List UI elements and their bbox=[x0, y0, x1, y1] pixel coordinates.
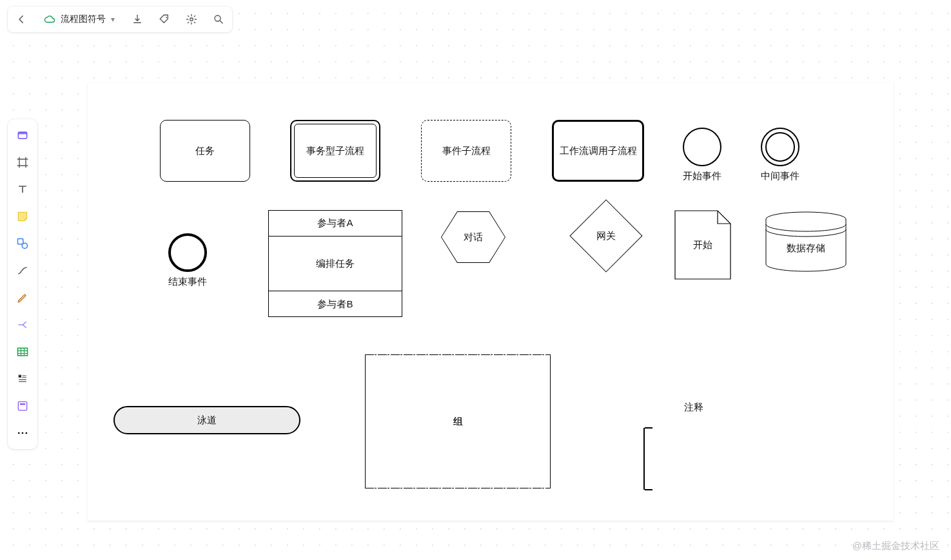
shape-conversation[interactable]: 对话 bbox=[441, 211, 505, 263]
shape-lane[interactable]: 泳道 bbox=[113, 406, 300, 434]
shape-call-activity[interactable]: 工作流调用子流程 bbox=[552, 120, 644, 182]
sticky-note-icon bbox=[16, 210, 29, 223]
shape-data-store[interactable]: 数据存储 bbox=[765, 211, 847, 272]
settings-button[interactable] bbox=[181, 8, 202, 30]
shape-task[interactable]: 任务 bbox=[160, 120, 250, 182]
shape-gateway[interactable]: 网关 bbox=[580, 210, 632, 262]
cloud-sync-icon bbox=[44, 14, 55, 25]
svg-point-2 bbox=[215, 15, 221, 21]
document-title-dropdown[interactable]: 流程图符号 ▾ bbox=[37, 8, 121, 30]
svg-rect-4 bbox=[18, 132, 26, 134]
search-icon bbox=[213, 14, 224, 25]
gear-icon bbox=[186, 14, 197, 25]
back-button[interactable] bbox=[10, 8, 32, 30]
tool-select[interactable] bbox=[11, 123, 34, 148]
tag-button[interactable] bbox=[153, 8, 175, 30]
tool-frame[interactable] bbox=[11, 150, 34, 175]
svg-rect-9 bbox=[20, 403, 25, 405]
cylinder-icon bbox=[765, 211, 847, 272]
download-button[interactable] bbox=[126, 8, 148, 30]
shape-group-simple[interactable]: 组 bbox=[365, 354, 551, 488]
tool-shape[interactable] bbox=[11, 231, 34, 256]
svg-point-12 bbox=[26, 432, 28, 434]
shapes-icon bbox=[16, 237, 29, 250]
svg-rect-5 bbox=[18, 239, 23, 244]
text-icon bbox=[16, 183, 29, 196]
tag-icon bbox=[159, 14, 170, 25]
card-icon bbox=[16, 129, 29, 142]
svg-point-1 bbox=[190, 18, 193, 21]
svg-rect-8 bbox=[18, 401, 26, 410]
chevron-down-icon: ▾ bbox=[111, 15, 115, 24]
shape-start-page[interactable]: 开始 bbox=[674, 210, 731, 280]
tool-template[interactable] bbox=[11, 394, 34, 418]
tool-more[interactable] bbox=[11, 421, 34, 445]
tool-textblock[interactable] bbox=[11, 367, 34, 391]
connector-icon bbox=[16, 264, 29, 277]
shape-choreography[interactable]: 参与者A 编排任务 参与者B bbox=[268, 210, 402, 317]
topbar: 流程图符号 ▾ bbox=[8, 6, 232, 32]
tool-connector[interactable] bbox=[11, 258, 34, 283]
svg-point-6 bbox=[22, 243, 27, 248]
svg-point-11 bbox=[22, 432, 24, 434]
chevron-left-icon bbox=[15, 14, 27, 25]
tool-sticky[interactable] bbox=[11, 204, 34, 229]
svg-point-0 bbox=[166, 17, 167, 18]
shape-annotation[interactable]: 注释 bbox=[662, 376, 726, 438]
shape-annotation-bracket bbox=[643, 428, 651, 490]
frame-icon bbox=[16, 156, 29, 169]
tool-table[interactable] bbox=[11, 340, 34, 364]
tool-mindmap[interactable] bbox=[11, 313, 34, 337]
more-icon bbox=[16, 430, 29, 436]
tool-sidebar bbox=[8, 119, 37, 449]
canvas[interactable]: 任务 事务型子流程 事件子流程 工作流调用子流程 开始事件 中间事件 结束事件 … bbox=[88, 82, 894, 521]
shape-event-subprocess[interactable]: 事件子流程 bbox=[421, 120, 511, 182]
shape-end-event[interactable]: 结束事件 bbox=[168, 233, 207, 288]
svg-rect-7 bbox=[18, 348, 28, 356]
download-icon bbox=[132, 14, 143, 25]
tool-pen[interactable] bbox=[11, 285, 34, 310]
tool-text[interactable] bbox=[11, 177, 34, 202]
textblock-icon bbox=[16, 372, 29, 385]
watermark: @稀土掘金技术社区 bbox=[852, 540, 939, 552]
mindmap-icon bbox=[16, 318, 29, 331]
svg-point-10 bbox=[18, 432, 20, 434]
document-title: 流程图符号 bbox=[61, 14, 106, 25]
search-button[interactable] bbox=[208, 8, 230, 30]
template-icon bbox=[16, 400, 29, 412]
shape-intermediate-event[interactable]: 中间事件 bbox=[761, 128, 799, 182]
pen-icon bbox=[16, 291, 29, 304]
shape-start-event[interactable]: 开始事件 bbox=[683, 128, 721, 182]
shape-transaction-subprocess[interactable]: 事务型子流程 bbox=[290, 120, 380, 182]
table-icon bbox=[16, 345, 29, 358]
